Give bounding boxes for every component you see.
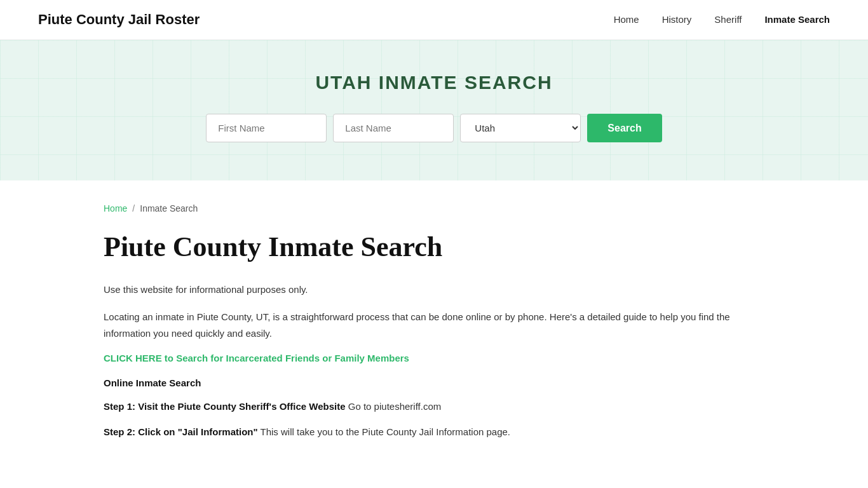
nav-item-inmate-search[interactable]: Inmate Search	[764, 14, 830, 25]
breadcrumb-current: Inmate Search	[140, 203, 198, 214]
online-search-heading: Online Inmate Search	[104, 377, 764, 388]
search-button[interactable]: Search	[587, 114, 661, 142]
hero-title: UTAH INMATE SEARCH	[13, 72, 855, 93]
main-nav: Home History Sheriff Inmate Search	[614, 14, 830, 25]
site-header: Piute County Jail Roster Home History Sh…	[0, 0, 868, 40]
breadcrumb-home[interactable]: Home	[104, 203, 127, 214]
intro-paragraph-1: Use this website for informational purpo…	[104, 281, 764, 298]
nav-link-history[interactable]: History	[662, 14, 692, 25]
page-title: Piute County Inmate Search	[104, 231, 764, 264]
nav-link-sheriff[interactable]: Sheriff	[714, 14, 742, 25]
cta-search-link[interactable]: CLICK HERE to Search for Incarcerated Fr…	[104, 353, 409, 363]
main-content: Home / Inmate Search Piute County Inmate…	[65, 180, 803, 487]
nav-link-home[interactable]: Home	[614, 14, 639, 25]
nav-item-sheriff[interactable]: Sheriff	[714, 14, 742, 25]
intro-paragraph-2: Locating an inmate in Piute County, UT, …	[104, 309, 764, 341]
step-2: Step 2: Click on "Jail Information" This…	[104, 424, 764, 440]
step-2-text: This will take you to the Piute County J…	[258, 426, 510, 437]
breadcrumb: Home / Inmate Search	[104, 203, 764, 214]
step-1: Step 1: Visit the Piute County Sheriff's…	[104, 398, 764, 415]
site-logo[interactable]: Piute County Jail Roster	[38, 11, 200, 28]
hero-section: UTAH INMATE SEARCH Utah Alabama Alaska A…	[0, 40, 868, 180]
step-1-text: Go to piutesheriff.com	[346, 401, 442, 412]
breadcrumb-separator: /	[132, 203, 135, 214]
state-select[interactable]: Utah Alabama Alaska Arizona Arkansas Cal…	[460, 114, 581, 142]
last-name-input[interactable]	[333, 114, 454, 142]
step-2-bold: Step 2: Click on "Jail Information"	[104, 426, 258, 437]
step-1-bold: Step 1: Visit the Piute County Sheriff's…	[104, 401, 346, 412]
first-name-input[interactable]	[206, 114, 327, 142]
nav-item-history[interactable]: History	[662, 14, 692, 25]
nav-link-inmate-search[interactable]: Inmate Search	[764, 14, 830, 25]
nav-item-home[interactable]: Home	[614, 14, 639, 25]
inmate-search-form: Utah Alabama Alaska Arizona Arkansas Cal…	[13, 114, 855, 142]
